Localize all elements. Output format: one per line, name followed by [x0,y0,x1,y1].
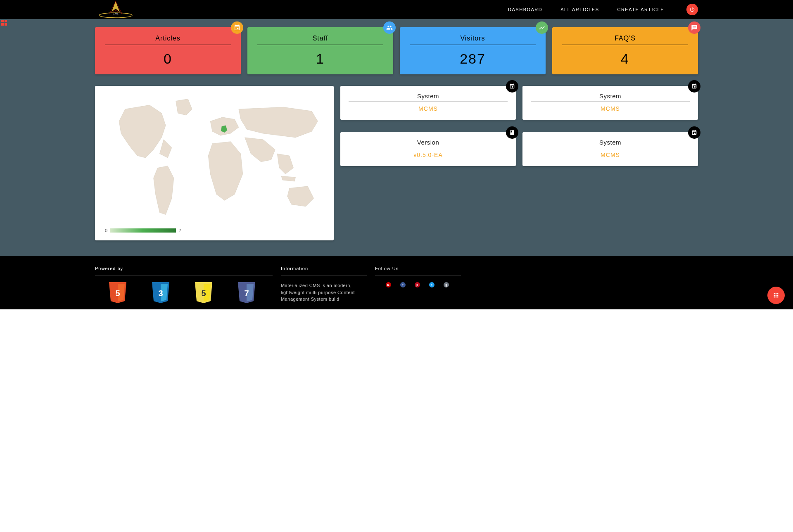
info-value: MCMS [531,105,690,112]
stat-title: Visitors [410,35,536,45]
legend-max: 2 [178,228,181,233]
info-card-system-3[interactable]: System MCMS [522,132,698,166]
logo[interactable]: CMS [95,0,136,19]
stat-value: 1 [257,51,383,67]
stat-title: Staff [257,35,383,45]
social-icons: ▶ f p t g [375,282,461,287]
footer-follow: Follow Us ▶ f p t g [375,266,461,305]
stat-row: Articles 0 Staff 1 Visitors 287 FAQ'S 4 [95,19,698,74]
info-title: System [349,93,508,102]
footer-information: Information Materialized CMS is an moder… [281,266,367,305]
footer: Powered by 5 3 5 7 Information Materiali… [0,256,793,309]
html5-icon: 5 [107,282,128,305]
apps-icon [773,292,779,299]
stat-value: 287 [410,51,536,67]
js-icon: 5 [193,282,214,305]
stat-value: 0 [105,51,231,67]
logout-button[interactable] [686,4,698,15]
info-value: MCMS [349,105,508,112]
map-legend: 0 2 [105,228,181,233]
footer-title: Powered by [95,266,273,276]
stat-title: FAQ'S [562,35,688,45]
stat-articles[interactable]: Articles 0 [95,27,241,74]
stat-title: Articles [105,35,231,45]
legend-min: 0 [105,228,107,233]
info-title: Version [349,139,508,148]
content-row: 0 2 System MCMS System MCMS Version v0.5… [95,86,698,240]
legend-gradient [110,228,176,233]
nav-all-articles[interactable]: ALL ARTICLES [560,7,599,12]
top-header: CMS DASHBOARD ALL ARTICLES CREATE ARTICL… [0,0,793,19]
svg-text:CMS: CMS [113,12,118,15]
svg-text:3: 3 [158,289,163,298]
event-icon [506,80,518,93]
tech-icons: 5 3 5 7 [95,282,273,305]
world-map [101,92,328,224]
power-icon [689,7,695,12]
fab-button[interactable] [767,287,785,304]
info-value: MCMS [531,152,690,158]
github-icon[interactable]: g [444,282,449,287]
php7-icon: 7 [236,282,257,305]
nav-create-article[interactable]: CREATE ARTICLE [617,7,664,12]
info-title: System [531,139,690,148]
stat-staff[interactable]: Staff 1 [247,27,393,74]
info-card-system-1[interactable]: System MCMS [340,86,516,120]
world-map-panel[interactable]: 0 2 [95,86,334,240]
apps-menu-icon[interactable] [1,20,7,26]
info-grid: System MCMS System MCMS Version v0.5.0-E… [340,86,698,240]
main-nav: DASHBOARD ALL ARTICLES CREATE ARTICLE [508,4,698,15]
stat-value: 4 [562,51,688,67]
event-icon [231,21,243,34]
nav-dashboard[interactable]: DASHBOARD [508,7,542,12]
twitter-icon[interactable]: t [429,282,434,287]
svg-text:7: 7 [244,289,249,298]
css3-icon: 3 [150,282,171,305]
chat-icon [688,21,700,34]
stat-visitors[interactable]: Visitors 287 [400,27,546,74]
info-value: v0.5.0-EA [349,152,508,158]
class-icon [506,126,518,139]
pinterest-icon[interactable]: p [415,282,420,287]
trending-icon [536,21,548,34]
event-icon [688,126,700,139]
group-icon [383,21,396,34]
main-content: Articles 0 Staff 1 Visitors 287 FAQ'S 4 [0,19,793,256]
info-card-version[interactable]: Version v0.5.0-EA [340,132,516,166]
footer-info-text: Materialized CMS is an modern, lightweig… [281,282,367,303]
footer-title: Follow Us [375,266,461,276]
footer-title: Information [281,266,367,276]
svg-text:5: 5 [115,289,120,298]
svg-text:5: 5 [201,289,206,298]
info-title: System [531,93,690,102]
youtube-icon[interactable]: ▶ [386,282,391,287]
footer-powered: Powered by 5 3 5 7 [95,266,273,305]
facebook-icon[interactable]: f [400,282,406,287]
info-card-system-2[interactable]: System MCMS [522,86,698,120]
event-icon [688,80,700,93]
stat-faqs[interactable]: FAQ'S 4 [552,27,698,74]
